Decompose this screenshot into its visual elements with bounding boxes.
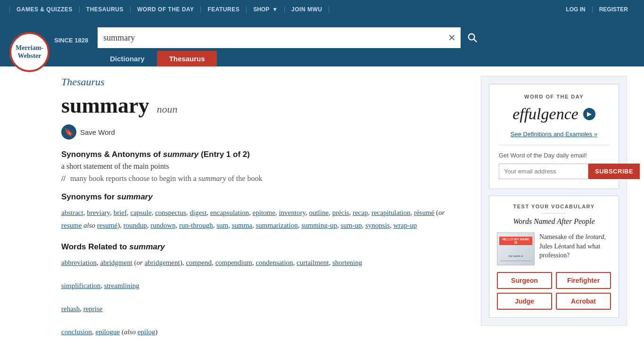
save-word-row: 🔖 Save Word (61, 124, 467, 140)
rel-curtailment[interactable]: curtailment (297, 259, 329, 266)
synonyms-list: abstract, breviary, brief, capsule, cons… (61, 206, 467, 232)
main-nav: GAMES & QUIZZES THESAURUS WORD OF THE DA… (9, 6, 329, 13)
vocab-image: HELLO my name is my name is (497, 232, 535, 265)
nav-shop[interactable]: SHOP ▼ (247, 6, 285, 13)
syn-digest[interactable]: digest (190, 209, 206, 216)
answer-judge[interactable]: Judge (497, 293, 552, 310)
answer-acrobat[interactable]: Acrobat (556, 293, 611, 310)
syn-resume-alt2[interactable]: resumé (97, 222, 117, 229)
rel-streamlining[interactable]: streamlining (104, 282, 140, 289)
logo-text: Merriam-Webster (16, 44, 43, 60)
nav-join[interactable]: JOIN MWU (285, 6, 329, 13)
answer-grid: Surgeon Firefighter Judge Acrobat (497, 272, 611, 310)
syn-precis[interactable]: précis (332, 209, 349, 216)
sidebar-right: WORD OF THE DAY effulgence ▶ See Definit… (481, 76, 627, 349)
email-input[interactable] (499, 164, 588, 179)
rel-compendium[interactable]: compendium (215, 259, 252, 266)
syn-capsule[interactable]: capsule (130, 209, 151, 216)
syn-sum[interactable]: sum (216, 222, 228, 229)
bookmark-button[interactable]: 🔖 (61, 124, 76, 140)
rel-reprise[interactable]: reprise (83, 305, 103, 313)
email-row: SUBSCRIBE (499, 164, 609, 179)
syn-wrap-up[interactable]: wrap-up (393, 222, 417, 229)
login-link[interactable]: LOG IN (559, 6, 592, 13)
search-input[interactable] (98, 27, 443, 48)
rel-rehash[interactable]: rehash (61, 305, 80, 313)
pos-label: noun (157, 103, 178, 115)
auth-nav: LOG IN REGISTER (559, 6, 635, 13)
syn-encapsulation[interactable]: encapsulation (210, 209, 249, 216)
answer-surgeon[interactable]: Surgeon (497, 272, 552, 289)
bookmark-icon: 🔖 (64, 128, 74, 137)
syn-summing-up[interactable]: summing-up (301, 222, 337, 229)
subscribe-button[interactable]: SUBSCRIBE (588, 164, 640, 179)
nav-thesaurus[interactable]: THESAURUS (80, 6, 131, 13)
audio-icon: ▶ (587, 110, 592, 118)
syn-summa[interactable]: summa (232, 222, 252, 229)
rel-simplification[interactable]: simplification (61, 282, 100, 289)
since-label: SINCE 1828 (54, 37, 88, 49)
syn-resume-alt[interactable]: resume (61, 222, 82, 229)
syn-summarization[interactable]: summarization (256, 222, 298, 229)
syn-breviary[interactable]: breviary (87, 209, 110, 216)
definition-text: a short statement of the main points (61, 162, 467, 171)
rel-compend[interactable]: compend (186, 259, 212, 266)
rel-abbreviation[interactable]: abbreviation (61, 259, 97, 266)
audio-button[interactable]: ▶ (583, 108, 595, 120)
syn-roundup[interactable]: roundup (124, 222, 147, 229)
related-group4: conclusion, epilogue (also epilog) (61, 326, 467, 338)
related-group2: simplification, streamlining (61, 280, 467, 292)
wotd-separator (499, 145, 609, 145)
syn-brief[interactable]: brief (114, 209, 127, 216)
example-text: // many book reports choose to begin wit… (61, 174, 467, 183)
nav-features[interactable]: FEATURES (201, 6, 247, 13)
register-link[interactable]: REGISTER (593, 6, 635, 13)
rel-epilog[interactable]: epilog (138, 328, 156, 336)
search-bar: ✕ (98, 27, 484, 48)
syn-conspectus[interactable]: conspectus (155, 209, 186, 216)
clear-search-button[interactable]: ✕ (443, 32, 461, 43)
nav-wotd[interactable]: WORD OF THE DAY (131, 6, 201, 13)
wotd-word: effulgence (512, 105, 578, 123)
header-top-nav: GAMES & QUIZZES THESAURUS WORD OF THE DA… (0, 0, 644, 19)
syn-recap[interactable]: recap (353, 209, 368, 216)
rel-abridgment[interactable]: abridgment (100, 259, 132, 266)
double-slash-icon: // (61, 174, 66, 182)
syn-abstract[interactable]: abstract (61, 209, 83, 216)
wotd-word-row: effulgence ▶ (499, 105, 609, 123)
logo[interactable]: Merriam-Webster (9, 32, 50, 72)
syn-rundown[interactable]: rundown (150, 222, 175, 229)
content-left: Thesaurus summary noun 🔖 Save Word Synon… (61, 76, 467, 349)
rel-shortening[interactable]: shortening (332, 259, 362, 266)
answer-firefighter[interactable]: Firefighter (556, 272, 611, 289)
rel-abridgement[interactable]: abridgement (145, 259, 180, 266)
syn-sum-up[interactable]: sum-up (341, 222, 362, 229)
syn-inventory[interactable]: inventory (279, 209, 305, 216)
svg-line-1 (474, 39, 477, 42)
chevron-down-icon: ▼ (272, 6, 278, 13)
rel-conclusion[interactable]: conclusion (61, 328, 92, 336)
tab-dictionary[interactable]: Dictionary (98, 51, 157, 66)
syn-synopsis[interactable]: synopsis (365, 222, 390, 229)
tab-thesaurus[interactable]: Thesaurus (157, 51, 217, 66)
rel-condensation[interactable]: condensation (256, 259, 293, 266)
word-heading: summary noun (61, 93, 467, 118)
related-group3: rehash, reprise (61, 303, 467, 315)
wotd-link[interactable]: See Definitions and Examples » (511, 131, 597, 138)
vocab-question: Namesake of the leotard, Jules Léotard h… (539, 232, 611, 265)
related-heading: Words Related to summary (61, 242, 467, 252)
save-word-text[interactable]: Save Word (80, 128, 115, 136)
vocab-image-row: HELLO my name is my name is Namesake of … (497, 232, 611, 265)
syn-recapitulation[interactable]: recapitulation (372, 209, 410, 216)
nav-games[interactable]: GAMES & QUIZZES (9, 6, 80, 13)
syn-epitome[interactable]: epitome (253, 209, 275, 216)
search-button[interactable] (461, 27, 484, 48)
syn-run-through[interactable]: run-through (179, 222, 213, 229)
logo-area: Merriam-Webster SINCE 1828 (9, 23, 88, 66)
syn-outline[interactable]: outline (309, 209, 329, 216)
vocab-subtitle: Words Named After People (497, 217, 611, 226)
vocab-box: TEST YOUR VOCABULARY Words Named After P… (489, 196, 619, 318)
rel-epilogue[interactable]: epilogue (96, 328, 120, 336)
syn-resume[interactable]: résumé (414, 209, 434, 216)
vocab-divider (542, 213, 566, 214)
